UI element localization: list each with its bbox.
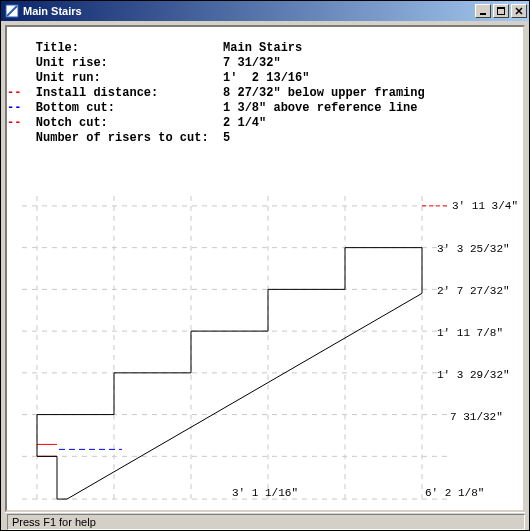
dim-b2: 6' 2 1/8" xyxy=(425,487,484,499)
stair-plot xyxy=(7,27,523,510)
app-window: Main Stairs Title: Main Stairs Unit rise… xyxy=(0,0,530,531)
status-help-text: Press F1 for help xyxy=(7,514,525,530)
close-button[interactable] xyxy=(511,4,527,18)
minimize-button[interactable] xyxy=(475,4,491,18)
svg-rect-3 xyxy=(497,7,505,9)
titlebar: Main Stairs xyxy=(1,1,529,21)
drawing-canvas: Title: Main Stairs Unit rise: 7 31/32" U… xyxy=(5,25,525,512)
dim-r4: 1' 3 29/32" xyxy=(437,369,510,381)
app-icon xyxy=(5,4,19,18)
svg-rect-1 xyxy=(480,13,486,15)
client-area: Title: Main Stairs Unit rise: 7 31/32" U… xyxy=(1,21,529,530)
maximize-button[interactable] xyxy=(493,4,509,18)
status-bar: Press F1 for help xyxy=(5,512,525,530)
dim-r1: 3' 3 25/32" xyxy=(437,243,510,255)
dim-r2: 2' 7 27/32" xyxy=(437,285,510,297)
dim-top: 3' 11 3/4" xyxy=(452,200,518,212)
window-title: Main Stairs xyxy=(23,5,82,17)
dim-r3: 1' 11 7/8" xyxy=(437,327,503,339)
dim-r5: 7 31/32" xyxy=(450,411,503,423)
dim-b1: 3' 1 1/16" xyxy=(232,487,298,499)
